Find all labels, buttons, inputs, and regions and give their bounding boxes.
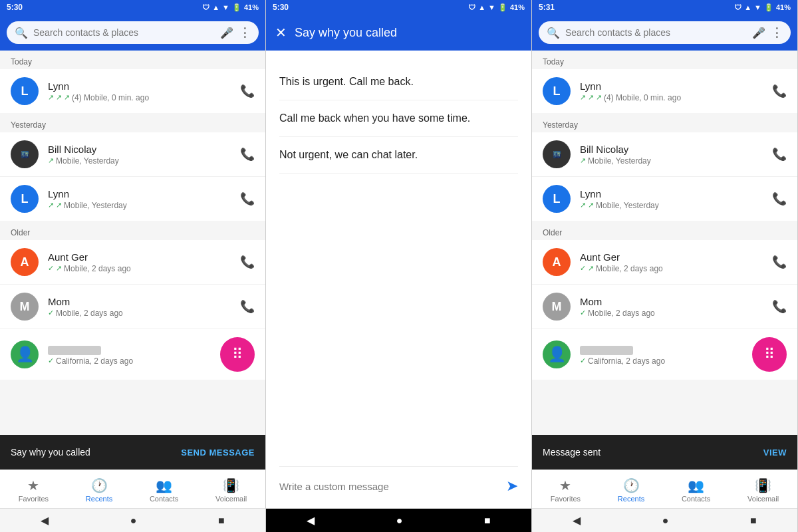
section-yesterday-3: Yesterday xyxy=(532,114,797,132)
nav-recents-1[interactable]: 🕐 Recents xyxy=(79,476,119,504)
contact-name-aunt-3: Aunt Ger xyxy=(580,251,763,263)
avatar-lynn-today: L xyxy=(11,77,39,105)
contact-item-mom-3[interactable]: M Mom ✓ Mobile, 2 days ago 📞 xyxy=(532,285,797,329)
call-icon-bill[interactable]: 📞 xyxy=(240,147,255,162)
status-time-2: 5:30 xyxy=(273,3,289,12)
nav-voicemail-1[interactable]: 📳 Voicemail xyxy=(209,476,253,504)
contact-item-bill-3[interactable]: 🌃 Bill Nicolay ↗ Mobile, Yesterday 📞 xyxy=(532,132,797,177)
modal-content: This is urgent. Call me back. Call me ba… xyxy=(266,51,531,508)
back-btn-2[interactable]: ◀ xyxy=(307,514,315,527)
wifi-icon-2: ▼ xyxy=(488,3,495,11)
check-aunt: ✓ xyxy=(48,264,54,273)
back-btn-3[interactable]: ◀ xyxy=(573,514,581,527)
nav-contacts-1[interactable]: 👥 Contacts xyxy=(143,476,185,504)
call-icon-lynn-yest[interactable]: 📞 xyxy=(240,192,255,206)
section-today-1: Today xyxy=(0,51,265,69)
avatar-lynn-yest: L xyxy=(11,185,39,213)
panel-recents: 5:30 🛡 ▲ ▼ 🔋 41% 🔍 🎤 ⋮ Today L Lynn xyxy=(0,0,266,532)
contact-item-unknown[interactable]: 👤 ✓ California, 2 days ago ⠿ xyxy=(0,329,265,380)
contact-detail-aunt: Mobile, 2 days ago xyxy=(64,264,131,273)
contact-detail-unknown-3: California, 2 days ago xyxy=(588,356,665,366)
home-btn-1[interactable]: ● xyxy=(130,515,137,527)
home-btn-2[interactable]: ● xyxy=(396,515,403,527)
arrow3: ↗ xyxy=(64,93,70,102)
contacts-list-1: Today L Lynn ↗ ↗ ↗ (4) Mobile, 0 min. ag… xyxy=(0,51,265,435)
contact-name-mom-3: Mom xyxy=(580,296,763,307)
nav-favorites-label-1: Favorites xyxy=(19,495,49,503)
contact-item-lynn-yest-3[interactable]: L Lynn ↗ ↗ Mobile, Yesterday 📞 xyxy=(532,177,797,221)
contact-item-bill[interactable]: 🌃 Bill Nicolay ↗ Mobile, Yesterday 📞 xyxy=(0,132,265,177)
contact-item-mom[interactable]: M Mom ✓ Mobile, 2 days ago 📞 xyxy=(0,285,265,329)
back-btn-1[interactable]: ◀ xyxy=(41,514,49,527)
nav-voicemail-3[interactable]: 📳 Voicemail xyxy=(741,476,785,504)
message-option-urgent[interactable]: This is urgent. Call me back. xyxy=(279,64,518,100)
status-bar-1: 5:30 🛡 ▲ ▼ 🔋 41% xyxy=(0,0,265,15)
search-box-3[interactable]: 🔍 🎤 ⋮ xyxy=(539,21,791,44)
recents-btn-3[interactable]: ■ xyxy=(750,515,757,527)
search-input-3[interactable] xyxy=(565,27,747,38)
check-unknown: ✓ xyxy=(48,356,54,365)
dialpad-fab-1[interactable]: ⠿ xyxy=(220,337,255,372)
recents-btn-2[interactable]: ■ xyxy=(484,515,491,527)
battery-icon-3: 🔋 xyxy=(764,3,773,12)
contact-sub-mom-3: ✓ Mobile, 2 days ago xyxy=(580,309,763,318)
message-option-callback[interactable]: Call me back when you have some time. xyxy=(279,100,518,137)
contact-sub-lynn-today: ↗ ↗ ↗ (4) Mobile, 0 min. ago xyxy=(48,93,231,102)
send-button[interactable]: ➤ xyxy=(506,477,518,495)
nav-favorites-1[interactable]: ★ Favorites xyxy=(12,476,55,504)
home-btn-3[interactable]: ● xyxy=(662,515,669,527)
dialpad-icon-3: ⠿ xyxy=(764,346,775,363)
contact-name-lynn-yest-3: Lynn xyxy=(580,188,763,200)
bottom-action-1[interactable]: SEND MESSAGE xyxy=(181,448,255,458)
contact-name-bill-3: Bill Nicolay xyxy=(580,144,763,155)
nav-recents-3[interactable]: 🕐 Recents xyxy=(611,476,651,504)
nav-contacts-label-3: Contacts xyxy=(682,495,710,503)
contact-item-aunt[interactable]: A Aunt Ger ✓ ↗ Mobile, 2 days ago 📞 xyxy=(0,240,265,285)
section-older-1: Older xyxy=(0,221,265,240)
section-older-3: Older xyxy=(532,221,797,240)
sys-nav-3: ◀ ● ■ xyxy=(532,508,797,532)
wifi-icon: ▼ xyxy=(222,3,229,11)
nav-recents-label-3: Recents xyxy=(618,495,644,503)
bottom-action-3[interactable]: VIEW xyxy=(763,448,787,458)
contact-item-aunt-3[interactable]: A Aunt Ger ✓ ↗ Mobile, 2 days ago 📞 xyxy=(532,240,797,285)
call-icon-mom-3[interactable]: 📞 xyxy=(772,299,787,314)
custom-message-input[interactable] xyxy=(279,481,499,492)
message-option-not-urgent[interactable]: Not urgent, we can chat later. xyxy=(279,137,518,174)
search-input-1[interactable] xyxy=(33,27,215,38)
voicemail-icon-1: 📳 xyxy=(223,477,239,493)
more-icon-3[interactable]: ⋮ xyxy=(771,25,783,40)
close-icon-modal[interactable]: ✕ xyxy=(275,25,287,41)
call-icon-aunt-3[interactable]: 📞 xyxy=(772,255,787,269)
nav-contacts-3[interactable]: 👥 Contacts xyxy=(675,476,717,504)
contact-item-lynn-yest[interactable]: L Lynn ↗ ↗ Mobile, Yesterday 📞 xyxy=(0,177,265,221)
mic-icon-3[interactable]: 🎤 xyxy=(752,27,765,39)
contact-sub-bill: ↗ Mobile, Yesterday xyxy=(48,156,231,166)
status-bar-2: 5:30 🛡 ▲ ▼ 🔋 41% xyxy=(266,0,531,15)
avatar-unknown: 👤 xyxy=(11,340,39,368)
nav-bar-1: ★ Favorites 🕐 Recents 👥 Contacts 📳 Voice… xyxy=(0,469,265,508)
status-time-1: 5:30 xyxy=(7,3,23,12)
dialpad-fab-3[interactable]: ⠿ xyxy=(752,337,787,372)
contact-item-lynn-today[interactable]: L Lynn ↗ ↗ ↗ (4) Mobile, 0 min. ago 📞 xyxy=(0,69,265,113)
call-icon-lynn-yest-3[interactable]: 📞 xyxy=(772,192,787,206)
mic-icon-1[interactable]: 🎤 xyxy=(220,27,233,39)
contact-name-unknown xyxy=(48,343,211,354)
contact-item-lynn-today-3[interactable]: L Lynn ↗ ↗ ↗ (4) Mobile, 0 min. ago 📞 xyxy=(532,69,797,113)
call-icon-lynn-today-3[interactable]: 📞 xyxy=(772,84,787,98)
battery-pct-3: 41% xyxy=(776,3,791,11)
call-icon-mom[interactable]: 📞 xyxy=(240,299,255,314)
search-box-1[interactable]: 🔍 🎤 ⋮ xyxy=(7,21,259,44)
signal-icon-2: ▲ xyxy=(478,3,485,11)
call-icon-bill-3[interactable]: 📞 xyxy=(772,147,787,162)
call-icon-lynn-today[interactable]: 📞 xyxy=(240,84,255,98)
contact-detail-unknown: California, 2 days ago xyxy=(56,356,133,366)
call-icon-aunt[interactable]: 📞 xyxy=(240,255,255,269)
more-icon-1[interactable]: ⋮ xyxy=(239,25,251,40)
nav-favorites-3[interactable]: ★ Favorites xyxy=(544,476,587,504)
recents-btn-1[interactable]: ■ xyxy=(218,515,225,527)
contact-info-unknown: ✓ California, 2 days ago xyxy=(48,343,211,365)
battery-pct-1: 41% xyxy=(244,3,259,11)
contact-item-unknown-3[interactable]: 👤 ✓ California, 2 days ago ⠿ xyxy=(532,329,797,380)
contact-info-lynn-today: Lynn ↗ ↗ ↗ (4) Mobile, 0 min. ago xyxy=(48,80,231,102)
